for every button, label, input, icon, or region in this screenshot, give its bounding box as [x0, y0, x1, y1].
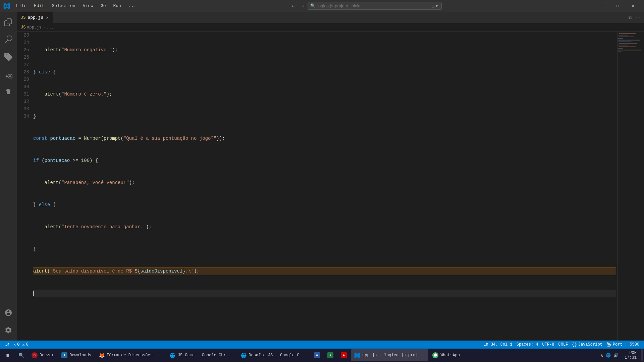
- status-encoding[interactable]: UTF-8: [540, 342, 556, 347]
- svg-rect-7: [619, 43, 637, 44]
- code-line-27: const pontuacao = Number(prompt("Qual é …: [33, 135, 616, 142]
- activity-search[interactable]: [0, 32, 16, 48]
- breadcrumb-file-icon: JS: [21, 25, 25, 30]
- language-icon: {}: [572, 342, 577, 347]
- breadcrumb: JS app.js › ...: [17, 23, 644, 32]
- code-line-28: if (pontuacao >= 100) {: [33, 157, 616, 164]
- warning-icon: ⚠: [22, 342, 24, 347]
- status-bar-right: Ln 34, Col 1 Spaces: 4 UTF-8 CRLF {} Jav…: [481, 342, 641, 347]
- activity-git[interactable]: [0, 49, 16, 65]
- titlebar-center: ← → 🔍 ⊞ ▾: [140, 2, 591, 10]
- status-language[interactable]: {} JavaScript: [570, 342, 604, 347]
- chrome-icon-1: 🌐: [170, 352, 176, 358]
- activity-account[interactable]: [0, 305, 16, 321]
- code-content[interactable]: 23 24 25 26 27 28 29 30 31 32 33 34: [17, 32, 617, 341]
- minimap-visual: [618, 32, 644, 341]
- menu-more[interactable]: ...: [125, 2, 140, 10]
- activity-debug[interactable]: [0, 66, 16, 82]
- taskbar-start-button[interactable]: ⊞: [1, 349, 14, 361]
- tab-actions: ⧉ ···: [627, 12, 644, 23]
- svg-rect-1: [619, 33, 636, 34]
- taskbar-desafio[interactable]: 🌐 Desafio JS - Google C...: [237, 349, 310, 361]
- deezer-icon: D: [32, 352, 38, 358]
- error-icon: ✕: [13, 342, 16, 347]
- status-spaces[interactable]: Spaces: 4: [515, 342, 540, 347]
- menu-go[interactable]: Go: [97, 2, 109, 10]
- taskbar-red-app[interactable]: ●: [337, 349, 350, 361]
- code-editor[interactable]: 23 24 25 26 27 28 29 30 31 32 33 34: [17, 32, 644, 341]
- taskbar-word[interactable]: W: [311, 349, 323, 361]
- more-actions-button[interactable]: ···: [635, 13, 641, 21]
- taskbar-deezer[interactable]: D Deezer: [28, 349, 57, 361]
- svg-rect-11: [618, 50, 641, 50]
- system-clock[interactable]: POR 17:31: [623, 351, 639, 360]
- svg-rect-2: [618, 35, 628, 36]
- whatsapp-icon: 💬: [432, 352, 438, 358]
- taskbar-downloads[interactable]: ⬇ Downloads: [58, 349, 95, 361]
- tab-label: app.js: [28, 15, 43, 20]
- tab-appjs[interactable]: JS app.js ✕: [17, 12, 53, 23]
- nav-forward-button[interactable]: →: [298, 2, 308, 10]
- system-tray-icons: ∧ 🌐 🔊: [598, 353, 621, 358]
- taskbar-search-icon: 🔍: [18, 352, 24, 358]
- svg-rect-6: [618, 42, 632, 42]
- activity-explorer[interactable]: [0, 14, 16, 30]
- tab-close-button[interactable]: ✕: [45, 15, 49, 20]
- taskbar-search[interactable]: 🔍: [15, 349, 28, 361]
- search-input[interactable]: [308, 2, 442, 10]
- taskbar-deezer-label: Deezer: [40, 353, 54, 358]
- status-errors[interactable]: ✕ 0 ⚠ 0: [11, 342, 31, 347]
- excel-icon: X: [327, 352, 333, 358]
- taskbar-jsgame[interactable]: 🌐 JS Game - Google Chr...: [166, 349, 237, 361]
- menu-view[interactable]: View: [79, 2, 97, 10]
- titlebar-right: ─ □ ✕: [591, 0, 641, 12]
- maximize-button[interactable]: □: [610, 0, 625, 12]
- clock-time: 17:31: [625, 355, 637, 360]
- taskbar-whatsapp-label: WhatsApp: [440, 353, 460, 358]
- spaces-text: Spaces: 4: [517, 342, 538, 347]
- taskbar-vscode-label: app.js - logica-js-proj...: [362, 353, 425, 358]
- menu-run[interactable]: Run: [110, 2, 124, 10]
- network-icon[interactable]: 🌐: [606, 353, 611, 358]
- activity-bar: [0, 12, 17, 341]
- svg-rect-3: [619, 37, 634, 37]
- code-line-29: alert("Parabéns, você venceu!");: [33, 179, 616, 186]
- status-line-ending[interactable]: CRLF: [556, 342, 570, 347]
- code-line-33: alert(`Seu saldo disponível é de R$ ${sa…: [33, 267, 616, 275]
- svg-rect-10: [618, 48, 623, 49]
- taskbar-forum[interactable]: 🦊 Fórum de Discussões ...: [95, 349, 166, 361]
- breadcrumb-context[interactable]: ...: [47, 25, 54, 30]
- taskbar-vscode[interactable]: app.js - logica-js-proj...: [351, 349, 428, 361]
- status-bar-left: ⎇ ✕ 0 ⚠ 0: [3, 342, 31, 347]
- svg-rect-4: [618, 38, 623, 39]
- taskbar-desafio-label: Desafio JS - Google C...: [249, 353, 307, 358]
- menu-file[interactable]: File: [13, 2, 30, 10]
- chrome-icon-2: 🌐: [240, 352, 247, 358]
- status-git-branch[interactable]: ⎇: [3, 342, 11, 347]
- menu-edit[interactable]: Edit: [31, 2, 48, 10]
- sound-icon[interactable]: 🔊: [613, 353, 619, 358]
- status-port[interactable]: 📡 Port : 5500: [604, 342, 641, 347]
- activity-settings[interactable]: [0, 322, 16, 338]
- code-line-26: }: [33, 113, 616, 120]
- svg-rect-8: [618, 45, 628, 46]
- menu-selection[interactable]: Selection: [48, 2, 78, 10]
- split-editor-button[interactable]: ⧉: [627, 13, 633, 22]
- extensions-dropdown-button[interactable]: ⊞ ▾: [429, 2, 440, 10]
- breadcrumb-filename[interactable]: app.js: [27, 25, 41, 30]
- encoding-text: UTF-8: [542, 342, 554, 347]
- code-line-32: }: [33, 245, 616, 253]
- show-desktop-button[interactable]: [641, 349, 643, 361]
- activity-extensions[interactable]: [0, 84, 16, 100]
- editor-area: JS app.js ✕ ⧉ ··· JS app.js › ... 23 24: [17, 12, 644, 341]
- tray-up-arrow[interactable]: ∧: [601, 353, 603, 358]
- nav-back-button[interactable]: ←: [289, 2, 298, 10]
- taskbar-excel[interactable]: X: [324, 349, 337, 361]
- close-button[interactable]: ✕: [625, 0, 641, 12]
- git-branch-icon: ⎇: [5, 342, 9, 347]
- status-line-col[interactable]: Ln 34, Col 1: [481, 342, 514, 347]
- vscode-taskbar-icon: [354, 352, 360, 358]
- taskbar-whatsapp[interactable]: 💬 WhatsApp: [429, 349, 463, 361]
- minimize-button[interactable]: ─: [594, 0, 610, 12]
- status-bar: ⎇ ✕ 0 ⚠ 0 Ln 34, Col 1 Spaces: 4 UTF-8 C…: [0, 341, 644, 349]
